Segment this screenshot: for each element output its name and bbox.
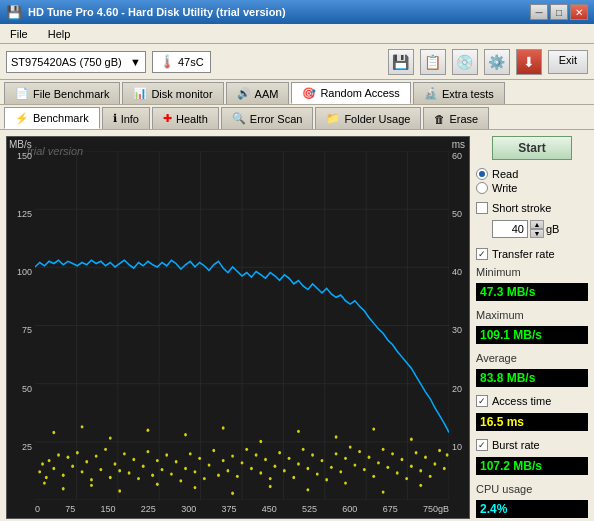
tab-extra-tests[interactable]: 🔬 Extra tests [413,82,505,104]
svg-point-106 [52,431,55,434]
svg-point-105 [446,453,449,456]
y-axis-right: 60 50 40 30 20 10 [449,151,469,500]
svg-point-51 [194,470,197,473]
svg-point-27 [81,470,84,473]
short-stroke-checkbox[interactable] [476,202,488,214]
svg-point-39 [137,477,140,480]
random-access-icon: 🎯 [302,87,316,100]
transfer-rate-label: Transfer rate [492,248,555,260]
thermometer-icon: 🌡️ [159,54,175,69]
write-label: Write [492,182,517,194]
file-benchmark-icon: 📄 [15,87,29,100]
svg-point-128 [419,484,422,487]
svg-point-56 [217,474,220,477]
svg-point-85 [353,463,356,466]
transfer-rate-row[interactable]: ✓ Transfer rate [476,248,588,260]
gb-increment[interactable]: ▲ [530,220,544,229]
svg-point-73 [297,462,300,465]
tab-benchmark[interactable]: ⚡ Benchmark [4,107,100,129]
svg-point-44 [161,468,164,471]
drive-selector[interactable]: ST975420AS (750 gB) ▼ [6,51,146,73]
tab-file-benchmark[interactable]: 📄 File Benchmark [4,82,120,104]
read-radio-row[interactable]: Read [476,168,588,180]
svg-point-113 [297,430,300,433]
tab-folder-usage[interactable]: 📁 Folder Usage [315,107,421,129]
svg-point-114 [335,435,338,438]
svg-point-94 [396,471,399,474]
svg-point-75 [306,467,309,470]
short-stroke-label: Short stroke [492,202,551,214]
burst-rate-checkbox-row[interactable]: ✓ Burst rate [476,439,588,451]
gb-field[interactable] [492,220,528,238]
read-label: Read [492,168,518,180]
svg-point-104 [443,467,446,470]
folder-usage-icon: 📁 [326,112,340,125]
svg-point-92 [386,466,389,469]
gb-input-row: ▲ ▼ gB [492,220,588,238]
tab-health[interactable]: ✚ Health [152,107,219,129]
access-time-checkbox[interactable]: ✓ [476,395,488,407]
menu-help[interactable]: Help [44,27,75,41]
menu-file[interactable]: File [6,27,32,41]
tab-disk-monitor[interactable]: 📊 Disk monitor [122,82,223,104]
svg-point-38 [132,458,135,461]
transfer-rate-checkbox[interactable]: ✓ [476,248,488,260]
svg-point-61 [241,461,244,464]
svg-point-96 [405,477,408,480]
svg-point-98 [415,451,418,454]
svg-point-123 [231,492,234,495]
svg-point-112 [259,440,262,443]
access-time-value: 16.5 ms [476,413,588,431]
aam-icon: 🔊 [237,87,251,100]
svg-point-80 [330,466,333,469]
toolbar-btn-1[interactable]: 💾 [388,49,414,75]
write-radio-row[interactable]: Write [476,182,588,194]
toolbar-btn-2[interactable]: 📋 [420,49,446,75]
toolbar-btn-5[interactable]: ⬇ [516,49,542,75]
access-time-checkbox-row[interactable]: ✓ Access time [476,395,588,407]
tab-info[interactable]: ℹ Info [102,107,150,129]
close-button[interactable]: ✕ [570,4,588,20]
svg-point-108 [109,436,112,439]
svg-point-28 [85,460,88,463]
svg-point-101 [429,475,432,478]
tab-erase[interactable]: 🗑 Erase [423,107,489,129]
svg-point-60 [236,475,239,478]
svg-point-40 [142,465,145,468]
cpu-usage-value: 2.4% [476,500,588,518]
gb-decrement[interactable]: ▼ [530,229,544,238]
write-radio[interactable] [476,182,488,194]
svg-point-93 [391,452,394,455]
svg-point-125 [306,488,309,491]
title-text: HD Tune Pro 4.60 - Hard Disk Utility (tr… [28,6,286,18]
svg-point-66 [264,458,267,461]
svg-point-36 [123,452,126,455]
svg-point-127 [382,490,385,493]
chart-area: MB/s ms trial version 150 125 100 75 50 … [6,136,470,519]
svg-point-110 [184,433,187,436]
svg-point-119 [90,484,93,487]
start-button[interactable]: Start [492,136,572,160]
svg-point-68 [274,465,277,468]
svg-point-95 [401,458,404,461]
minimize-button[interactable]: ─ [530,4,548,20]
toolbar-btn-3[interactable]: 💿 [452,49,478,75]
svg-point-59 [231,454,234,457]
maximize-button[interactable]: □ [550,4,568,20]
read-radio[interactable] [476,168,488,180]
tab-random-access[interactable]: 🎯 Random Access [291,82,410,104]
toolbar-btn-4[interactable]: ⚙️ [484,49,510,75]
benchmark-icon: ⚡ [15,112,29,125]
exit-button[interactable]: Exit [548,50,588,74]
short-stroke-row[interactable]: Short stroke [476,202,588,214]
info-icon: ℹ [113,112,117,125]
tab-aam[interactable]: 🔊 AAM [226,82,290,104]
burst-rate-checkbox[interactable]: ✓ [476,439,488,451]
svg-point-69 [278,451,281,454]
tabs-row2: ⚡ Benchmark ℹ Info ✚ Health 🔍 Error Scan… [0,105,594,130]
maximum-label: Maximum [476,309,588,321]
svg-point-50 [189,452,192,455]
svg-point-18 [41,462,44,465]
tab-error-scan[interactable]: 🔍 Error Scan [221,107,314,129]
svg-point-67 [269,477,272,480]
